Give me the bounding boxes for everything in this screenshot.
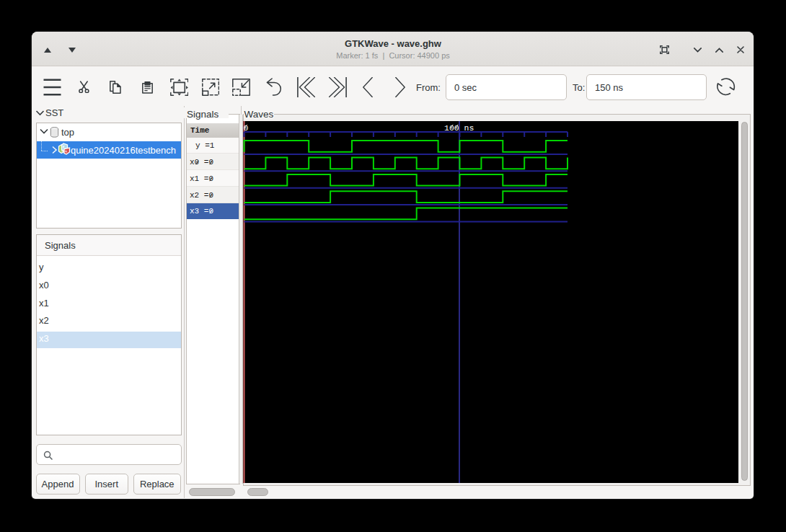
- svg-text:100 ns: 100 ns: [444, 123, 474, 133]
- svg-text:0: 0: [244, 123, 249, 133]
